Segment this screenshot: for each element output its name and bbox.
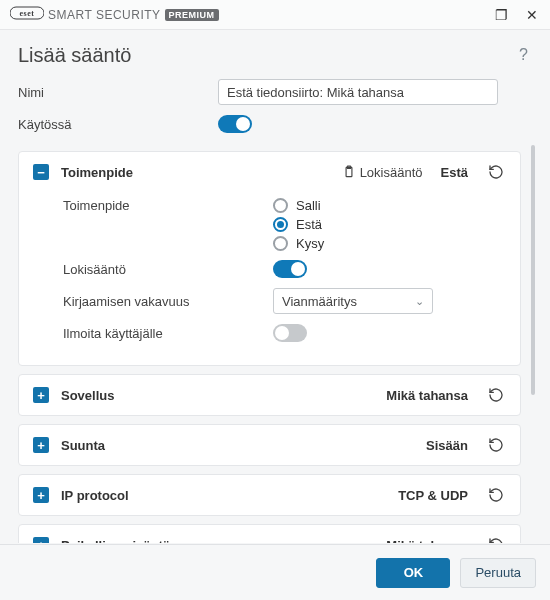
radio-deny-label: Estä [296, 217, 322, 232]
collapse-icon: − [33, 164, 49, 180]
ok-button[interactable]: OK [376, 558, 450, 588]
panel-direction: + Suunta Sisään [18, 424, 521, 466]
radio-allow-label: Salli [296, 198, 321, 213]
radio-ask-icon [273, 236, 288, 251]
footer: OK Peruuta [0, 544, 550, 600]
logrule-label: Lokisääntö [63, 262, 273, 277]
row-enabled: Käytössä [18, 115, 536, 133]
panel-protocol: + IP protocol TCP & UDP [18, 474, 521, 516]
panel-action-header[interactable]: − Toimenpide Lokisääntö Estä [19, 152, 520, 192]
panel-application-title: Sovellus [61, 388, 114, 403]
panel-protocol-header[interactable]: + IP protocol TCP & UDP [19, 475, 520, 515]
action-label: Toimenpide [63, 198, 273, 213]
radio-allow[interactable]: Salli [273, 198, 324, 213]
notify-toggle[interactable] [273, 324, 307, 342]
panel-action: − Toimenpide Lokisääntö Estä Toimenpide [18, 151, 521, 366]
expand-icon: + [33, 387, 49, 403]
expand-icon: + [33, 437, 49, 453]
panel-application-header[interactable]: + Sovellus Mikä tahansa [19, 375, 520, 415]
brand: eset SMART SECURITY PREMIUM [10, 6, 219, 23]
reset-icon[interactable] [486, 162, 506, 182]
panel-localhost-title: Paikallinen isäntä [61, 538, 170, 544]
radio-deny-icon [273, 217, 288, 232]
panel-action-summary-log: Lokisääntö [360, 165, 423, 180]
panel-localhost: + Paikallinen isäntä Mikä tahansa [18, 524, 521, 543]
logrule-toggle[interactable] [273, 260, 307, 278]
panel-direction-header[interactable]: + Suunta Sisään [19, 425, 520, 465]
sections-scroll: − Toimenpide Lokisääntö Estä Toimenpide [18, 143, 536, 543]
enabled-label: Käytössä [18, 117, 218, 132]
chevron-down-icon: ⌄ [415, 295, 424, 308]
radio-deny[interactable]: Estä [273, 217, 324, 232]
titlebar: eset SMART SECURITY PREMIUM ❐ ✕ [0, 0, 550, 30]
action-radio-group: Salli Estä Kysy [273, 198, 324, 251]
panel-application: + Sovellus Mikä tahansa [18, 374, 521, 416]
window-close-button[interactable]: ✕ [526, 7, 538, 23]
panel-action-body: Toimenpide Salli Estä Kysy [19, 192, 520, 365]
content-area: ? Lisää sääntö Nimi Käytössä − Toimenpid… [0, 30, 550, 544]
svg-text:eset: eset [20, 9, 35, 18]
panel-action-summary-main: Estä [441, 165, 468, 180]
window-controls: ❐ ✕ [495, 7, 544, 23]
brand-eset: eset [10, 6, 44, 23]
help-icon[interactable]: ? [519, 46, 528, 64]
severity-label: Kirjaamisen vakavuus [63, 294, 273, 309]
severity-select[interactable]: Vianmääritys ⌄ [273, 288, 433, 314]
expand-icon: + [33, 537, 49, 543]
panel-direction-title: Suunta [61, 438, 105, 453]
expand-icon: + [33, 487, 49, 503]
notify-label: Ilmoita käyttäjälle [63, 326, 273, 341]
reset-icon[interactable] [486, 485, 506, 505]
panel-direction-summary: Sisään [426, 438, 468, 453]
panel-application-summary: Mikä tahansa [386, 388, 468, 403]
severity-value: Vianmääritys [282, 294, 357, 309]
name-input[interactable] [218, 79, 498, 105]
panel-localhost-summary: Mikä tahansa [386, 538, 468, 544]
enabled-toggle[interactable] [218, 115, 252, 133]
scrollbar[interactable] [531, 145, 535, 395]
window-restore-button[interactable]: ❐ [495, 7, 508, 23]
brand-product: SMART SECURITY [48, 8, 161, 22]
reset-icon[interactable] [486, 435, 506, 455]
panel-action-title: Toimenpide [61, 165, 133, 180]
name-label: Nimi [18, 85, 218, 100]
row-name: Nimi [18, 79, 536, 105]
panel-localhost-header[interactable]: + Paikallinen isäntä Mikä tahansa [19, 525, 520, 543]
brand-edition: PREMIUM [165, 9, 219, 21]
reset-icon[interactable] [486, 535, 506, 543]
radio-ask-label: Kysy [296, 236, 324, 251]
cancel-button[interactable]: Peruuta [460, 558, 536, 588]
radio-allow-icon [273, 198, 288, 213]
panel-protocol-title: IP protocol [61, 488, 129, 503]
panel-protocol-summary: TCP & UDP [398, 488, 468, 503]
radio-ask[interactable]: Kysy [273, 236, 324, 251]
reset-icon[interactable] [486, 385, 506, 405]
clipboard-icon: Lokisääntö [342, 165, 423, 180]
page-title: Lisää sääntö [18, 44, 536, 67]
